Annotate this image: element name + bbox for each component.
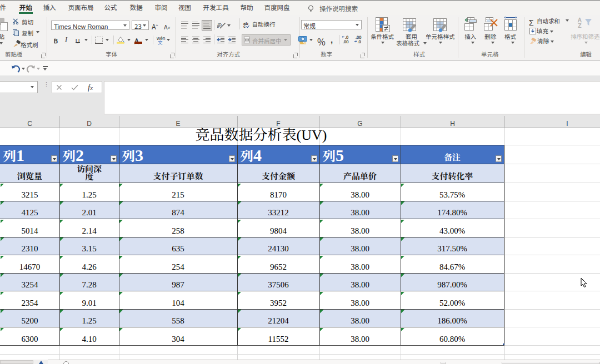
svg-text:c: c [243, 23, 246, 28]
svg-text:.00: .00 [343, 38, 348, 44]
svg-text:.0: .0 [358, 38, 361, 44]
